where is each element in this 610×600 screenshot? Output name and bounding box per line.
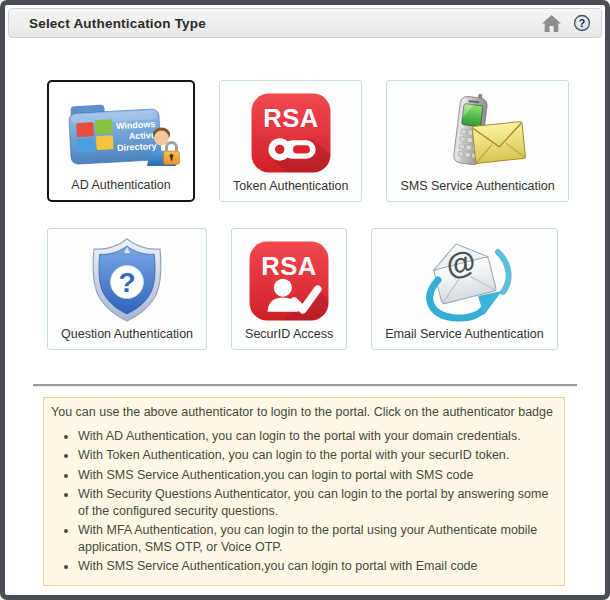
help-glyph: ? (579, 17, 585, 29)
info-bullet: With Token Authentication, you can login… (78, 447, 558, 464)
tile-label: AD Authentication (71, 178, 170, 192)
ad-badge-line-3: Directory (117, 140, 157, 152)
tile-question-authentication[interactable]: ? Question Authentication (47, 228, 207, 350)
tile-label: SMS Service Authentication (400, 179, 554, 193)
tile-row-2: ? Question Authentication RSA SecurID Ac (47, 228, 605, 350)
tile-label: SecurID Access (245, 327, 333, 341)
info-bullet-list: With AD Authentication, you can login to… (51, 428, 558, 575)
tile-securid-access[interactable]: RSA SecurID Access (231, 228, 347, 350)
tile-label: Token Authentication (233, 179, 348, 193)
info-bullet: With SMS Service Authentication,you can … (78, 558, 558, 575)
tile-sms-service-authentication[interactable]: SMS Service Authentication (386, 80, 568, 202)
tile-row-1: Windows Active Directory AD Authenticati… (47, 80, 605, 202)
home-icon[interactable] (541, 14, 562, 33)
tile-label: Email Service Authentication (385, 327, 543, 341)
tile-label: Question Authentication (61, 327, 193, 341)
info-bullet: With MFA Authentication, you can login t… (78, 522, 558, 555)
rsa-logo-text: RSA (261, 251, 317, 279)
ad-badge-line-1: Windows (116, 118, 156, 130)
info-box: You can use the above authenticator to l… (43, 397, 565, 586)
phone-envelope-icon (428, 89, 528, 176)
section-divider (33, 384, 577, 386)
title-bar: Select Authentication Type ? (8, 8, 602, 38)
help-icon[interactable]: ? (573, 14, 591, 32)
ad-badge-line-2: Active (129, 129, 157, 140)
tile-ad-authentication[interactable]: Windows Active Directory AD Authenticati… (47, 80, 195, 202)
info-bullet: With SMS Service Authentication,you can … (78, 467, 558, 484)
info-intro: You can use the above authenticator to l… (51, 404, 558, 421)
rsa-token-icon: RSA (250, 89, 332, 176)
tile-email-service-authentication[interactable]: @ Email Service Authentication (371, 228, 557, 350)
rsa-logo-text: RSA (263, 103, 319, 131)
rsa-securid-icon: RSA (248, 237, 330, 324)
windows-active-directory-icon: Windows Active Directory (62, 90, 180, 175)
info-bullet: With Security Questions Authenticator, y… (78, 486, 558, 519)
shield-question-glyph: ? (118, 267, 135, 298)
tile-token-authentication[interactable]: RSA Token Authentication (219, 80, 362, 202)
page-title: Select Authentication Type (29, 16, 206, 31)
info-bullet: With AD Authentication, you can login to… (78, 428, 558, 445)
email-at-icon: @ (412, 236, 516, 324)
question-shield-icon: ? (85, 236, 169, 324)
